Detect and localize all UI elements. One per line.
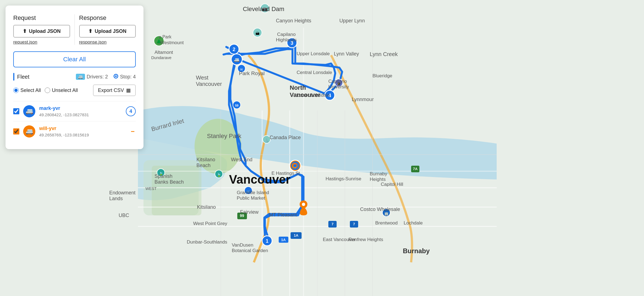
request-label: Request: [13, 14, 70, 22]
will-checkbox[interactable]: [13, 128, 19, 134]
svg-text:🎓: 🎓: [337, 82, 341, 86]
will-avatar: 🚐: [23, 125, 35, 138]
unselect-all-text: Unselect All: [52, 88, 78, 93]
svg-text:1A: 1A: [294, 233, 299, 237]
stops-badge: Stop: 4: [113, 74, 136, 80]
svg-text:🍃: 🍃: [159, 171, 163, 176]
mark-checkbox[interactable]: [13, 108, 19, 114]
svg-text:99: 99: [240, 213, 244, 218]
export-csv-button[interactable]: Export CSV ▦: [93, 84, 136, 96]
drivers-badge: 🚐 Drivers: 2: [76, 74, 108, 80]
response-upload-btn[interactable]: ⬆ Upload JSON: [79, 25, 136, 38]
truck-icon: 🚐: [76, 74, 85, 80]
svg-text:✉: ✉: [240, 68, 243, 72]
select-row: Select All Unselect All Export CSV ▦: [13, 84, 136, 96]
svg-text:📷: 📷: [262, 6, 268, 12]
will-info: will-yvr 49.2658769, -123.0815619: [39, 126, 126, 137]
stop-icon: [113, 74, 118, 80]
svg-text:⚓: ⚓: [265, 138, 269, 142]
svg-text:🏔: 🏔: [256, 31, 259, 36]
svg-text:7: 7: [331, 222, 333, 226]
svg-point-34: [293, 164, 296, 167]
request-section: Request ⬆ Upload JSON request.json: [13, 14, 70, 45]
will-coords: 49.2658769, -123.0815619: [39, 133, 126, 137]
request-upload-btn[interactable]: ⬆ Upload JSON: [13, 25, 70, 38]
response-section: Response ⬆ Upload JSON response.json: [79, 14, 136, 45]
svg-text:3: 3: [291, 40, 293, 46]
svg-point-36: [302, 203, 305, 206]
select-all-text: Select All: [20, 88, 41, 93]
clear-all-button[interactable]: Clear All: [13, 51, 136, 67]
svg-text:🍃: 🍃: [217, 173, 221, 177]
unselect-all-label[interactable]: Unselect All: [45, 88, 78, 93]
section-divider: [74, 14, 75, 45]
upload-icon: ⬆: [23, 28, 27, 34]
svg-point-68: [115, 75, 117, 77]
svg-text:59: 59: [235, 104, 238, 107]
mark-info: mark-yvr 49.2808422, -123.0827831: [39, 105, 122, 117]
will-name: will-yvr: [39, 126, 126, 131]
unselect-all-radio[interactable]: [45, 88, 50, 93]
fleet-row: Fleet 🚐 Drivers: 2 Stop: 4: [13, 73, 136, 81]
upload-section-row: Request ⬆ Upload JSON request.json Respo…: [13, 14, 136, 45]
will-remove-btn[interactable]: −: [130, 128, 136, 135]
select-all-label[interactable]: Select All: [13, 88, 41, 93]
svg-text:2: 2: [233, 47, 235, 52]
mark-stop-badge: 4: [126, 106, 136, 116]
driver-item-mark: 🚐 mark-yvr 49.2808422, -123.0827831 4: [13, 101, 136, 121]
svg-text:7: 7: [353, 222, 355, 226]
select-all-radio[interactable]: [13, 88, 19, 93]
response-label: Response: [79, 14, 136, 22]
svg-text:7A: 7A: [413, 167, 418, 171]
fleet-label: Fleet: [17, 74, 29, 80]
svg-text:1: 1: [266, 238, 268, 244]
mark-name: mark-yvr: [39, 105, 122, 111]
upload-icon-2: ⬆: [88, 28, 92, 34]
svg-text:1A: 1A: [281, 238, 286, 242]
fleet-accent-bar: [13, 73, 14, 81]
response-file-link[interactable]: response.json: [79, 40, 136, 45]
svg-text:🏢: 🏢: [384, 212, 388, 216]
export-icon: ▦: [126, 87, 131, 93]
mark-coords: 49.2808422, -123.0827831: [39, 112, 122, 117]
driver-item-will: 🚐 will-yvr 49.2658769, -123.0815619 −: [13, 121, 136, 141]
mark-avatar: 🚐: [23, 105, 35, 117]
request-file-link[interactable]: request.json: [13, 40, 70, 45]
truck-icon-mark: 🚐: [26, 108, 33, 115]
svg-text:🛒: 🛒: [246, 189, 251, 194]
truck-icon-will: 🚐: [26, 128, 33, 135]
panel: Request ⬆ Upload JSON request.json Respo…: [6, 6, 143, 149]
svg-text:4: 4: [328, 93, 331, 98]
svg-text:🌲: 🌲: [156, 39, 162, 44]
svg-text:🚐: 🚐: [234, 57, 239, 62]
